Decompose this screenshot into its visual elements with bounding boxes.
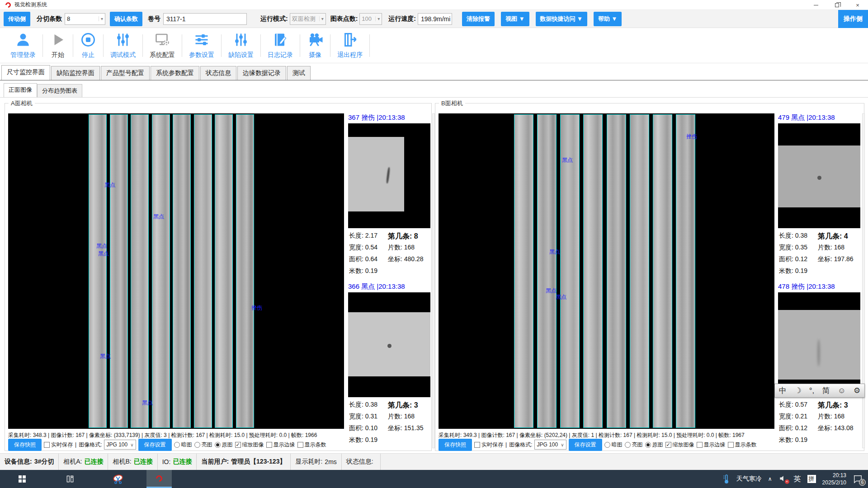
camera-a-defect-list: 367 挫伤 |20:13:38长度: 2.17宽度: 0.54面积: 0.64… bbox=[348, 113, 431, 448]
save-settings-button[interactable]: 保存设置 bbox=[569, 439, 602, 451]
zoom-image-checkbox[interactable]: ✓ bbox=[665, 442, 671, 448]
defect-thumbnail bbox=[778, 123, 860, 228]
realtime-save-checkbox[interactable] bbox=[44, 442, 50, 448]
stat-row: 长度: 0.57 bbox=[779, 401, 807, 409]
defect-label: 黑点 bbox=[142, 399, 153, 407]
toolbar-separator bbox=[369, 34, 370, 57]
language-indicator[interactable]: 英 bbox=[794, 474, 801, 484]
data-quick-access-button[interactable]: 数据快捷访问 ▼ bbox=[536, 12, 587, 26]
dark-image-radio[interactable] bbox=[174, 442, 180, 448]
image-format-select[interactable]: JPG 100 ∨ bbox=[534, 440, 566, 450]
close-button[interactable]: × bbox=[847, 0, 868, 10]
toolbar-log-record-button[interactable]: 日志记录 bbox=[261, 32, 300, 59]
defect-card[interactable]: 479 黑点 |20:13:38长度: 0.38宽度: 0.35面积: 0.12… bbox=[778, 113, 860, 228]
save-snapshot-button[interactable]: 保存快照 bbox=[439, 439, 472, 451]
toolbar-defect-settings-button[interactable]: 缺陷设置 bbox=[222, 32, 260, 59]
defect-card[interactable]: 367 挫伤 |20:13:38长度: 2.17宽度: 0.54面积: 0.64… bbox=[348, 113, 430, 228]
ime-fullwidth-icon[interactable]: ☽ bbox=[794, 386, 801, 395]
log-record-icon bbox=[272, 32, 288, 49]
system-tray: 天气寒冷 ∧ × 英 拼 20:13 2025/2/10 6 bbox=[723, 472, 868, 486]
image-format-label: 图像格式: bbox=[509, 441, 532, 449]
original-image-radio[interactable] bbox=[215, 442, 221, 448]
show-strips-label: 显示条数 bbox=[305, 441, 326, 449]
icon-toolbar: 管理登录开始停止调试模式系统配置参数设置缺陷设置日志记录摄像退出程序 bbox=[0, 28, 868, 63]
toolbar-param-settings-button[interactable]: 参数设置 bbox=[182, 32, 221, 59]
roll-number-input[interactable]: 3117-1 bbox=[163, 13, 247, 25]
toolbar-debug-mode-button[interactable]: 调试模式 bbox=[104, 32, 142, 59]
tab-sub-1[interactable]: 分布趋势图表 bbox=[37, 84, 82, 97]
ime-language-bar: 中☽°,简☺⚙ bbox=[774, 384, 865, 398]
image-format-label: 图像格式: bbox=[79, 441, 102, 449]
tab-main-4[interactable]: 状态信息 bbox=[200, 66, 236, 80]
ime-punctuation[interactable]: °, bbox=[809, 386, 815, 395]
run-mode-select[interactable]: 双面检测 ▾ bbox=[290, 13, 326, 25]
toolbar-camera-button[interactable]: 摄像 bbox=[300, 32, 330, 59]
clock[interactable]: 20:13 2025/2/10 bbox=[822, 472, 846, 486]
minimize-button[interactable] bbox=[806, 0, 826, 10]
system-config-icon bbox=[154, 32, 170, 49]
clear-alarm-button[interactable]: 清除报警 bbox=[462, 12, 495, 26]
weather-text[interactable]: 天气寒冷 bbox=[736, 475, 762, 483]
tab-main-3[interactable]: 系统参数配置 bbox=[151, 66, 199, 80]
show-strips-checkbox[interactable] bbox=[297, 442, 303, 448]
ime-emoji-icon[interactable]: ☺ bbox=[838, 386, 845, 395]
camera-a-image[interactable]: 黑点黑点黑点黑点挫伤黑点黑点 bbox=[8, 113, 344, 429]
bright-image-radio[interactable] bbox=[194, 442, 200, 448]
tab-main-5[interactable]: 边缘数据记录 bbox=[237, 66, 286, 80]
windows-logo-icon bbox=[19, 475, 26, 483]
zoom-image-checkbox[interactable]: ✓ bbox=[235, 442, 241, 448]
start-menu-button[interactable] bbox=[12, 470, 33, 488]
chart-points-select[interactable]: 100 ▾ bbox=[359, 13, 382, 25]
toolbar-admin-login-button[interactable]: 管理登录 bbox=[4, 32, 42, 59]
start-icon bbox=[50, 32, 66, 49]
help-menu-button[interactable]: 帮助 ▼ bbox=[594, 12, 622, 26]
operator-side-button[interactable]: 操作侧 bbox=[838, 10, 868, 28]
original-image-label: 原图 bbox=[652, 441, 663, 449]
tab-main-1[interactable]: 缺陷监控界面 bbox=[51, 66, 100, 80]
volume-muted-icon[interactable]: × bbox=[778, 474, 788, 484]
save-snapshot-button[interactable]: 保存快照 bbox=[8, 439, 42, 451]
drive-side-button[interactable]: 传动侧 bbox=[4, 12, 30, 26]
dark-image-radio[interactable] bbox=[604, 442, 610, 448]
toolbar-start-button[interactable]: 开始 bbox=[43, 32, 73, 59]
image-format-select[interactable]: JPG 100 ∨ bbox=[104, 440, 136, 450]
defect-card[interactable]: 478 挫伤 |20:13:38长度: 0.57宽度: 0.21面积: 0.12… bbox=[778, 282, 860, 397]
log-record-label: 日志记录 bbox=[268, 51, 293, 59]
show-strips-checkbox[interactable] bbox=[728, 442, 734, 448]
ime-simplified[interactable]: 简 bbox=[822, 385, 830, 396]
defect-card-header: 479 黑点 |20:13:38 bbox=[778, 113, 860, 122]
save-settings-button[interactable]: 保存设置 bbox=[138, 439, 172, 451]
realtime-save-checkbox[interactable] bbox=[474, 442, 480, 448]
tab-main-2[interactable]: 产品型号配置 bbox=[101, 66, 150, 80]
ime-mode-indicator[interactable]: 拼 bbox=[807, 475, 816, 483]
start-label: 开始 bbox=[52, 51, 64, 59]
show-edge-checkbox[interactable] bbox=[697, 442, 703, 448]
tab-sub-0[interactable]: 正面图像 bbox=[4, 83, 37, 97]
ime-settings-icon[interactable]: ⚙ bbox=[854, 386, 860, 395]
slit-count-select[interactable]: 8 ▾ bbox=[65, 13, 105, 25]
toolbar-exit-button[interactable]: 退出程序 bbox=[330, 32, 369, 59]
active-app-taskbar-button[interactable] bbox=[146, 470, 172, 488]
confirm-count-button[interactable]: 确认条数 bbox=[110, 12, 142, 26]
toolbar-stop-button[interactable]: 停止 bbox=[73, 32, 103, 59]
scrollbar[interactable] bbox=[862, 113, 865, 448]
realtime-save-label: 实时保存 bbox=[51, 441, 73, 449]
original-image-radio[interactable] bbox=[645, 442, 651, 448]
task-view-button[interactable] bbox=[60, 470, 80, 488]
notification-center-button[interactable]: 6 bbox=[853, 474, 863, 483]
bright-image-radio[interactable] bbox=[625, 442, 631, 448]
defect-thumbnail bbox=[778, 292, 860, 397]
defect-label: 黑点 bbox=[562, 156, 573, 164]
ime-chinese-mode[interactable]: 中 bbox=[779, 385, 787, 396]
camera-b-image[interactable]: 挫伤黑点黑点黑点黑点 bbox=[439, 113, 774, 429]
snipping-tool-button[interactable] bbox=[108, 470, 128, 488]
tab-main-0[interactable]: 尺寸监控界面 bbox=[1, 65, 50, 80]
tray-expand-icon[interactable]: ∧ bbox=[768, 476, 772, 482]
maximize-button[interactable] bbox=[826, 0, 847, 10]
view-menu-button[interactable]: 视图 ▼ bbox=[501, 12, 529, 26]
show-edge-checkbox[interactable] bbox=[266, 442, 272, 448]
tab-main-6[interactable]: 测试 bbox=[287, 66, 311, 80]
defect-card[interactable]: 366 黑点 |20:13:38长度: 0.38宽度: 0.31面积: 0.10… bbox=[348, 282, 430, 397]
toolbar-system-config-button[interactable]: 系统配置 bbox=[143, 32, 182, 59]
divider: | bbox=[505, 441, 507, 448]
